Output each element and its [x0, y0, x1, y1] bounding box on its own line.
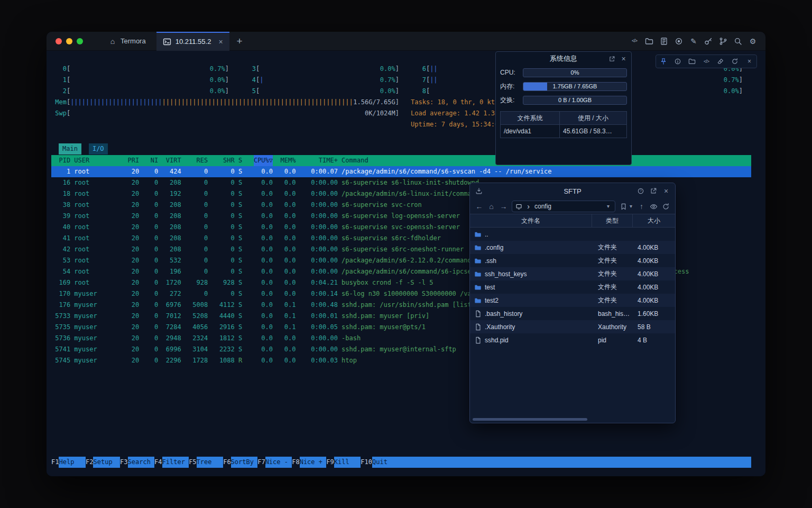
- key-icon[interactable]: [704, 37, 713, 46]
- fnkey-F2[interactable]: F2: [86, 457, 93, 468]
- fnkey-F8[interactable]: F8: [292, 457, 299, 468]
- close-window-button[interactable]: [56, 38, 62, 44]
- folder-icon[interactable]: [645, 37, 653, 46]
- app-home-tab[interactable]: ⌂ Termora: [103, 32, 151, 51]
- record-icon[interactable]: [675, 37, 683, 46]
- refresh-icon[interactable]: [731, 58, 739, 65]
- file-name: sshd.pid: [485, 337, 509, 344]
- sftp-table-header[interactable]: 文件名 类型 大小: [470, 214, 675, 228]
- system-info-panel: 系统信息 × CPU:0%内存:1.75GB / 7.65GB交换:0 B / …: [495, 51, 632, 165]
- file-type: 文件夹: [592, 243, 632, 252]
- htop-tab-io[interactable]: I/O: [89, 143, 108, 155]
- process-table-header[interactable]: PID USER PRI NI VIRT RES SHR S CPU%▽ MEM…: [51, 155, 751, 166]
- chevron-down-icon[interactable]: ▾: [629, 203, 633, 211]
- sftp-row-ssh_host_keys[interactable]: ssh_host_keys文件夹4.00KB: [470, 267, 675, 280]
- fnkey-F4[interactable]: F4: [154, 457, 162, 468]
- code-icon[interactable]: </>: [703, 58, 710, 65]
- open-external-icon[interactable]: [650, 187, 657, 195]
- fnlabel-F8[interactable]: Nice +: [300, 457, 327, 468]
- column-type[interactable]: 类型: [592, 214, 632, 227]
- fnkey-F3[interactable]: F3: [120, 457, 127, 468]
- tab-ssh-session[interactable]: 10.211.55.2 ×: [156, 32, 229, 51]
- system-info-titlebar: 系统信息 ×: [496, 52, 631, 66]
- home-icon[interactable]: ⌂: [487, 203, 495, 211]
- file-name: .bash_history: [485, 310, 522, 318]
- sftp-row-.Xauthority[interactable]: .XauthorityXauthority58 B: [470, 320, 675, 333]
- path-breadcrumb[interactable]: › config ▾: [512, 201, 615, 212]
- meter-value: 0%: [523, 69, 626, 77]
- sftp-row-.bash_history[interactable]: .bash_historybash_history1.60KB: [470, 307, 675, 320]
- folder-icon: [474, 257, 482, 265]
- file-type: 文件夹: [592, 296, 632, 305]
- sort-column-cpu[interactable]: CPU%▽: [254, 155, 273, 166]
- filesystem-row[interactable]: /dev/vda1 45.61GB / 58.3…: [501, 125, 627, 138]
- fnlabel-F9[interactable]: Kill: [334, 457, 361, 468]
- refresh-icon[interactable]: [662, 203, 670, 211]
- sysinfo-meter: 交换:0 B / 1.00GB: [496, 93, 631, 107]
- fnlabel-F3[interactable]: Search: [128, 457, 155, 468]
- help-icon[interactable]: ?: [637, 187, 644, 195]
- bookmark-icon[interactable]: [620, 203, 628, 211]
- file-name: ssh_host_keys: [485, 270, 527, 278]
- chevron-down-icon[interactable]: ▾: [605, 203, 612, 210]
- zoom-window-button[interactable]: [77, 38, 83, 44]
- htop-tabs: Main I/O: [51, 143, 108, 155]
- swap-meter: Swp[0K/1024M]: [51, 108, 399, 119]
- fnkey-F6[interactable]: F6: [223, 457, 230, 468]
- sftp-row-sshd.pid[interactable]: sshd.pidpid4 B: [470, 333, 675, 347]
- new-tab-button[interactable]: +: [237, 35, 243, 47]
- column-size[interactable]: 大小: [632, 214, 675, 227]
- horizontal-scrollbar[interactable]: [470, 418, 675, 422]
- sftp-toolbar: ← ⌂ → › config ▾ ▾ ↑: [470, 199, 675, 214]
- fnkey-F9[interactable]: F9: [326, 457, 334, 468]
- info-icon[interactable]: [674, 58, 681, 65]
- sftp-row-.ssh[interactable]: .ssh文件夹4.00KB: [470, 254, 675, 267]
- fnlabel-F1[interactable]: Help: [59, 457, 86, 468]
- upload-icon[interactable]: ↑: [638, 203, 645, 211]
- sftp-row-..[interactable]: ..: [470, 228, 675, 241]
- fnlabel-F4[interactable]: Filter: [162, 457, 189, 468]
- doc-icon[interactable]: [660, 37, 668, 46]
- eraser-icon[interactable]: [717, 58, 724, 65]
- column-filename[interactable]: 文件名: [470, 214, 592, 227]
- fnlabel-F2[interactable]: Setup: [93, 457, 120, 468]
- close-icon[interactable]: ×: [662, 187, 670, 195]
- show-hidden-icon[interactable]: [650, 203, 658, 211]
- pencil-icon[interactable]: ✎: [689, 37, 698, 46]
- fnlabel-F6[interactable]: SortBy: [231, 457, 258, 468]
- tab-close-icon[interactable]: ×: [218, 38, 223, 46]
- gear-icon[interactable]: ⚙: [749, 37, 757, 46]
- branch-icon[interactable]: [719, 37, 727, 46]
- sftp-row-.config[interactable]: .config文件夹4.00KB: [470, 241, 675, 254]
- file-size: 4.00KB: [632, 270, 675, 278]
- folder-icon[interactable]: [688, 58, 696, 65]
- fnlabel-F10[interactable]: Quit: [372, 457, 399, 468]
- fnlabel-F5[interactable]: Tree: [197, 457, 224, 468]
- sftp-row-test[interactable]: test文件夹4.00KB: [470, 280, 675, 294]
- function-key-bar: F1Help F2Setup F3Search F4Filter F5Tree …: [51, 457, 751, 468]
- close-icon[interactable]: ×: [620, 56, 627, 62]
- close-icon[interactable]: ×: [745, 58, 753, 65]
- fnkey-F7[interactable]: F7: [257, 457, 265, 468]
- fnkey-F10[interactable]: F10: [361, 457, 372, 468]
- file-icon: [474, 310, 482, 318]
- process-row-1[interactable]: 1 root 20 0 424 0 0 S 0.0 0.0 0:00.07 /p…: [51, 166, 751, 177]
- meter-bar: 1.75GB / 7.65GB: [523, 82, 627, 91]
- open-external-icon[interactable]: [608, 56, 615, 62]
- forward-icon[interactable]: →: [500, 203, 508, 211]
- minimize-window-button[interactable]: [66, 38, 72, 44]
- sftp-row-test2[interactable]: test2文件夹4.00KB: [470, 294, 675, 307]
- cpu-meter-4: 4[|0.7%]: [241, 75, 399, 86]
- pin-icon[interactable]: [660, 58, 667, 65]
- htop-tab-main[interactable]: Main: [59, 143, 81, 155]
- htop-meters: 0[0.7%]3[0.0%]6[||0.0%]1[0.0%]4[|0.7%]7[…: [51, 64, 743, 130]
- code-icon[interactable]: </>: [630, 37, 639, 46]
- file-type: Xauthority: [592, 323, 632, 331]
- back-icon[interactable]: ←: [475, 203, 483, 211]
- search-icon[interactable]: [734, 37, 742, 46]
- fnkey-F5[interactable]: F5: [189, 457, 196, 468]
- file-name: test2: [485, 297, 499, 304]
- scrollbar-thumb[interactable]: [473, 418, 587, 421]
- fnlabel-F7[interactable]: Nice -: [265, 457, 292, 468]
- fnkey-F1[interactable]: F1: [51, 457, 59, 468]
